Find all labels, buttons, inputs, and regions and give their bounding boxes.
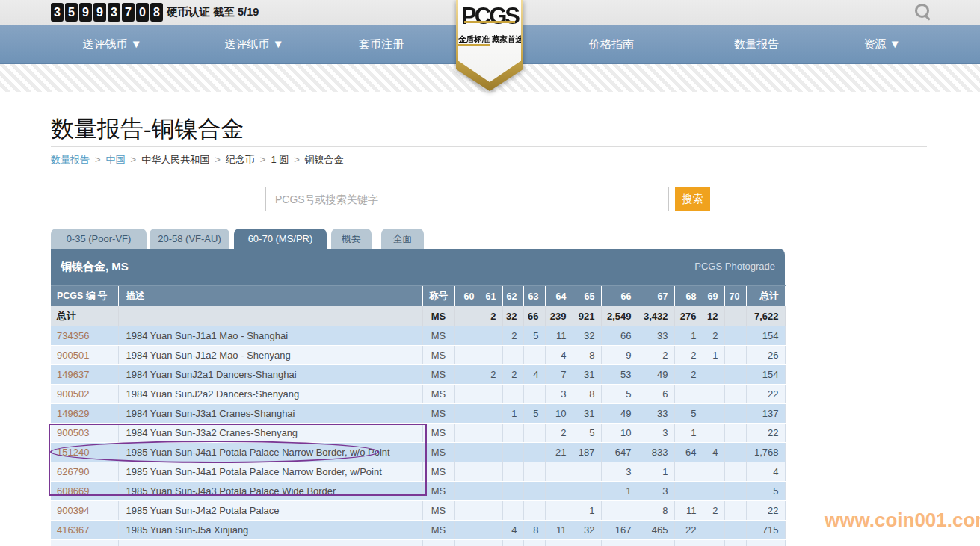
grade-count-65: 8 xyxy=(573,346,601,365)
grade-count-66: 9 xyxy=(601,346,638,365)
photograde-link[interactable]: PCGS Photograde xyxy=(694,249,775,285)
grade-count-69: 2 xyxy=(703,501,724,521)
grade-count-68: 5 xyxy=(674,404,703,424)
pcgs-number-link[interactable]: 149637 xyxy=(51,365,118,385)
pcgs-number-link[interactable]: 900501 xyxy=(51,346,118,365)
coin-description[interactable]: 1984 Yuan SunJ2a2 Dancers-Shenyang xyxy=(118,385,422,404)
grade-count-61: 2 xyxy=(481,365,502,385)
counter-digit: 9 xyxy=(79,3,92,22)
grade-designation: MS xyxy=(422,306,454,326)
grade-count-64: 11 xyxy=(545,521,573,540)
logo-slogan: 金盾标准藏家首选 xyxy=(458,34,521,45)
search-button[interactable]: 搜索 xyxy=(675,187,710,211)
nav-item-5[interactable]: 资源 ▼ xyxy=(863,25,900,63)
row-total: 22 xyxy=(746,501,785,521)
grade-count-67: 8 xyxy=(638,501,674,521)
grade-count-70 xyxy=(724,346,746,365)
pcgs-logo[interactable]: PCGS 金盾标准藏家首选 xyxy=(456,0,523,91)
column-header: PCGS 编 号 xyxy=(51,285,118,306)
page-title: 数量报告-铜镍合金 xyxy=(51,114,244,145)
grade-count-65: 921 xyxy=(573,306,601,326)
breadcrumb-item[interactable]: 数量报告 xyxy=(51,154,90,165)
coin-description[interactable]: 1984 Yuan Sun-J3a2 Cranes-Shenyang xyxy=(118,424,422,443)
grade-count-64: 11 xyxy=(545,326,573,346)
coin-description[interactable]: 1985 Yuan Sun-J4a1 Potala Palace Narrow … xyxy=(118,443,422,462)
pcgs-number-link[interactable]: 626790 xyxy=(51,462,118,482)
tab-1[interactable]: 20-58 (VF-AU) xyxy=(150,229,229,249)
nav-item-1[interactable]: 送评纸币 ▼ xyxy=(224,25,283,63)
table-header-row: PCGS 编 号描述称号6061626364656667686970总计 xyxy=(51,285,785,306)
coin-description[interactable]: 1984 Yuan SunJ2a1 Dancers-Shanghai xyxy=(118,365,422,385)
nav-item-2[interactable]: 套币注册 xyxy=(359,25,404,63)
grade-count-66: 1 xyxy=(601,482,638,501)
grade-count-63 xyxy=(523,424,545,443)
coin-description[interactable]: 1984 Yuan Sun-J1a1 Mao - Shanghai xyxy=(118,326,422,346)
grade-count-63 xyxy=(523,385,545,404)
tab-0[interactable]: 0-35 (Poor-VF) xyxy=(51,229,147,249)
grade-count-67: 33 xyxy=(638,326,674,346)
watermark: www.coin001.com xyxy=(825,509,980,532)
grade-count-62: 1 xyxy=(502,404,523,424)
grade-count-60 xyxy=(454,306,481,326)
grade-count-68: 22 xyxy=(674,521,703,540)
grade-count-63: 4 xyxy=(523,365,545,385)
pcgs-number-link[interactable]: 149631 xyxy=(51,540,118,546)
pcgs-number-link[interactable]: 900502 xyxy=(51,385,118,404)
row-total: 1,768 xyxy=(746,443,785,462)
grade-count-67: 1 xyxy=(638,462,674,482)
tab-4[interactable]: 全面 xyxy=(381,229,424,249)
search-icon[interactable] xyxy=(914,3,932,21)
coin-description[interactable]: 1986 Yuan Sun-J6a Year of Peace xyxy=(118,540,422,546)
nav-item-3[interactable]: 价格指南 xyxy=(589,25,634,63)
pcgs-number-link[interactable]: 416367 xyxy=(51,521,118,540)
pcgs-number-link[interactable]: 900503 xyxy=(51,424,118,443)
coin-description[interactable]: 1985 Yuan Sun-J4a1 Potala Palace Narrow … xyxy=(118,462,422,482)
tab-2[interactable]: 60-70 (MS/PR) xyxy=(234,229,327,249)
population-table: PCGS 编 号描述称号6061626364656667686970总计 总计M… xyxy=(51,285,786,546)
counter-digit: 0 xyxy=(136,3,149,22)
tab-3[interactable]: 概要 xyxy=(331,229,372,249)
grade-count-67: 3 xyxy=(638,424,674,443)
grade-count-66: 66 xyxy=(601,326,638,346)
grade-count-69: 4 xyxy=(703,443,724,462)
grade-count-67: 2 xyxy=(638,346,674,365)
coin-description[interactable]: 1985 Yuan Sun-J4a3 Potala Palace Wide Bo… xyxy=(118,482,422,501)
panel-header: 铜镍合金, MS PCGS Photograde xyxy=(51,249,785,285)
logo-brand-text: PCGS xyxy=(458,3,521,30)
grade-count-62 xyxy=(502,540,523,546)
pcgs-number-link[interactable]: 149629 xyxy=(51,404,118,424)
pcgs-number-link[interactable]: 151240 xyxy=(51,443,118,462)
grade-count-64: 6 xyxy=(545,540,573,546)
coin-description[interactable]: 1984 Yuan Sun-J3a1 Cranes-Shanghai xyxy=(118,404,422,424)
grade-designation: MS xyxy=(422,385,454,404)
table-row: 1512401985 Yuan Sun-J4a1 Potala Palace N… xyxy=(51,443,785,462)
pcgs-number-link[interactable]: 900394 xyxy=(51,501,118,521)
grade-count-69: 2 xyxy=(703,326,724,346)
counter-digit: 9 xyxy=(93,3,106,22)
grade-designation: MS xyxy=(422,326,454,346)
grade-count-69 xyxy=(703,482,724,501)
grade-count-62 xyxy=(502,346,523,365)
grade-count-60 xyxy=(454,521,481,540)
grade-count-60 xyxy=(454,326,481,346)
grade-count-60 xyxy=(454,482,481,501)
pcgs-number-link[interactable]: 608669 xyxy=(51,482,118,501)
grade-count-70 xyxy=(724,365,746,385)
coin-description[interactable]: 1985 Yuan Sun-J4a2 Potala Palace xyxy=(118,501,422,521)
breadcrumb-item[interactable]: 中国 xyxy=(106,154,126,165)
grade-count-63: 66 xyxy=(523,306,545,326)
grade-count-60 xyxy=(454,424,481,443)
grade-count-60 xyxy=(454,385,481,404)
search-input[interactable] xyxy=(265,187,669,211)
coin-description[interactable]: 1985 Yuan Sun-J5a Xinjiang xyxy=(118,521,422,540)
grade-count-68: 276 xyxy=(674,306,703,326)
nav-item-4[interactable]: 数量报告 xyxy=(734,25,779,63)
breadcrumb-separator: > xyxy=(131,154,137,165)
logo-gold-bar xyxy=(464,21,515,23)
column-header: 70 xyxy=(724,285,746,306)
coin-description[interactable]: 1984 Yuan Sun-J1a2 Mao - Shenyang xyxy=(118,346,422,365)
grade-count-62: 2 xyxy=(502,365,523,385)
pcgs-number-link[interactable]: 734356 xyxy=(51,326,118,346)
nav-item-0[interactable]: 送评钱币 ▼ xyxy=(82,25,141,63)
grade-designation: MS xyxy=(422,540,454,546)
